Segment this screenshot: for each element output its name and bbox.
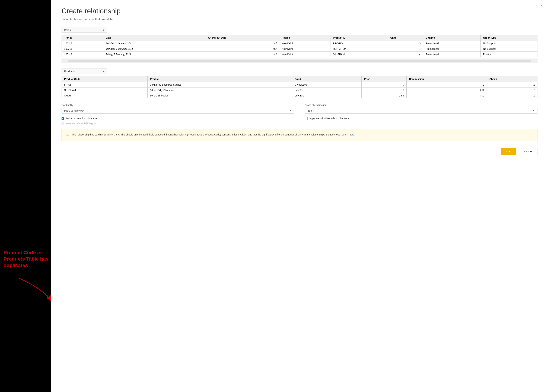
table2-data: Product Code Product Band Price Commissi…	[62, 76, 537, 98]
cell: Promotional	[423, 52, 481, 57]
left-checkboxes: Make this relationship active Assume ref…	[62, 117, 294, 125]
cell: 1	[487, 88, 537, 93]
col-product-id: Product ID	[331, 35, 388, 41]
cell: Priority	[481, 52, 537, 57]
table-row: FR-SS 3 ML Free Shampoo Sachet Giveaways…	[62, 82, 537, 88]
table-row: 100J11 Sunday, 2 January, 2011 null New …	[62, 41, 537, 46]
crossfilter-dropdown[interactable]: Both ▼	[305, 108, 537, 113]
cell: 102J11	[62, 46, 103, 52]
cell: 0	[361, 82, 407, 88]
warning-box: ⚠ This relationship has cardinality Many…	[62, 129, 537, 141]
cell: 1	[487, 93, 537, 98]
cell: PRO-HO	[331, 41, 388, 46]
col-check: Check	[487, 76, 537, 82]
warning-underline: contains unique values	[222, 133, 246, 136]
cardinality-col: Cardinality Many to many (*:*) ▼	[62, 104, 294, 113]
cardinality-value: Many to many (*:*)	[64, 109, 85, 112]
table1-name: Sales	[64, 28, 71, 31]
referential-checkbox-item: Assume referential integrity	[62, 122, 294, 125]
ok-button[interactable]: OK	[501, 148, 516, 155]
table2-dropdown-arrow: ▼	[102, 70, 105, 73]
warning-text-part1: This relationship has cardinality Many-M…	[72, 133, 341, 136]
col-product: Product	[148, 76, 292, 82]
cell: Monday, 3 January, 2011	[103, 46, 205, 52]
scroll-right-arrow[interactable]: ›	[532, 59, 536, 62]
cell: Friday, 7 January, 2011	[103, 52, 205, 57]
cell: 0	[406, 82, 487, 88]
col-region: Region	[279, 35, 331, 41]
cell: 0.02	[406, 93, 487, 98]
cell: FR-SS	[62, 82, 148, 88]
main-panel: × Create relationship Select tables and …	[51, 0, 548, 392]
table2-section: Products ▼ Product Code Product Band Pri…	[62, 69, 537, 98]
col-band: Band	[292, 76, 361, 82]
crossfilter-dropdown-arrow: ▼	[533, 109, 535, 112]
cell: 30 ML Silky Shampoo	[148, 88, 292, 93]
col-aff-payout: Aff Payout Date	[205, 35, 279, 41]
security-checkbox[interactable]	[305, 117, 308, 120]
annotation-text: Product Code in Products Table has dupli…	[4, 250, 49, 269]
cell: Low End	[292, 88, 361, 93]
col-units: Units	[388, 35, 423, 41]
cell: null	[205, 41, 279, 46]
dialog-title: Create relationship	[62, 7, 537, 15]
cell: SIL-SHAM	[62, 88, 148, 93]
cell: 4	[388, 52, 423, 57]
col-order-type: Order Type	[481, 35, 537, 41]
crossfilter-value: Both	[307, 109, 312, 112]
cell: 6	[361, 88, 407, 93]
cell: 13.5	[361, 93, 407, 98]
cell: Promotional	[423, 41, 481, 46]
table2-name: Products	[64, 70, 75, 73]
dialog-subtitle: Select tables and columns that are relat…	[62, 18, 537, 21]
table1-dropdown[interactable]: Sales ▼	[62, 27, 107, 33]
scroll-left-arrow[interactable]: ‹	[63, 59, 67, 62]
security-checkbox-label: Apply security filter in both directions	[309, 117, 349, 120]
cell: New Delhi	[279, 46, 331, 52]
learn-more-link[interactable]: Learn more	[342, 133, 354, 136]
cell: Promotional	[423, 46, 481, 52]
cell: 0.02	[406, 88, 487, 93]
cell: 3 ML Free Shampoo Sachet	[148, 82, 292, 88]
referential-checkbox	[62, 122, 64, 125]
cell: 108J11	[62, 52, 103, 57]
table1-dropdown-arrow: ▼	[102, 29, 105, 31]
table1-data: Tran Id Date Aff Payout Date Region Prod…	[62, 35, 537, 57]
table-row: 102J11 Monday, 3 January, 2011 null New …	[62, 46, 537, 52]
cell: 1	[487, 82, 537, 88]
left-panel: Product Code in Products Table has dupli…	[0, 0, 51, 392]
referential-checkbox-label: Assume referential integrity	[66, 122, 96, 125]
col-commission: Commission	[406, 76, 487, 82]
cell: No Support	[481, 46, 537, 52]
active-checkbox[interactable]	[62, 117, 64, 120]
col-product-code: Product Code	[62, 76, 148, 82]
table2-dropdown[interactable]: Products ▼	[62, 69, 107, 74]
scroll-track[interactable]	[68, 60, 531, 62]
warning-text: This relationship has cardinality Many-M…	[72, 133, 354, 137]
active-checkbox-label: Make this relationship active	[66, 117, 97, 120]
crossfilter-label: Cross filter direction	[305, 104, 537, 106]
cell: 4	[388, 46, 423, 52]
cardinality-dropdown[interactable]: Many to many (*:*) ▼	[62, 108, 294, 113]
cardinality-dropdown-arrow: ▼	[289, 109, 292, 112]
cancel-button[interactable]: Cancel	[519, 148, 537, 155]
right-checkboxes: Apply security filter in both directions	[305, 117, 537, 120]
options-row: Cardinality Many to many (*:*) ▼ Cross f…	[62, 104, 537, 113]
col-channel: Channel	[423, 35, 481, 41]
security-checkbox-item[interactable]: Apply security filter in both directions	[305, 117, 537, 120]
cell: null	[205, 46, 279, 52]
cell: null	[205, 52, 279, 57]
active-checkbox-item[interactable]: Make this relationship active	[62, 117, 294, 120]
cell: Sunday, 2 January, 2011	[103, 41, 205, 46]
cell: New Delhi	[279, 52, 331, 57]
checkboxes-row: Make this relationship active Assume ref…	[62, 117, 537, 125]
cell: Giveaways	[292, 82, 361, 88]
table-row: SMOT 50 ML Smoother Low End 13.5 0.02 1	[62, 93, 537, 98]
footer-buttons: OK Cancel	[62, 148, 537, 155]
close-button[interactable]: ×	[541, 4, 543, 8]
col-date: Date	[103, 35, 205, 41]
cell: SMOT	[62, 93, 148, 98]
table1-scrollbar[interactable]: ‹ ›	[62, 58, 537, 63]
cardinality-label: Cardinality	[62, 104, 294, 106]
col-tran-id: Tran Id	[62, 35, 103, 41]
